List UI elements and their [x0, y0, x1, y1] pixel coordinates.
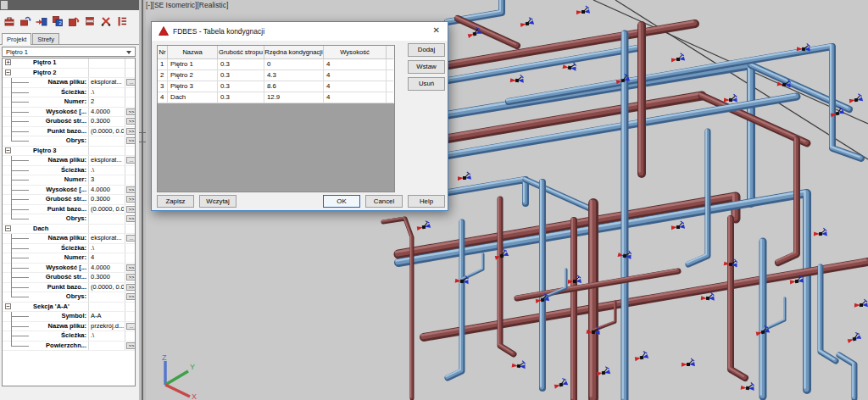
expand-value-button[interactable]: >> — [126, 196, 136, 203]
tree-property-row[interactable]: Ścieżka:.\ — [3, 166, 135, 176]
import-arrow-icon[interactable] — [35, 14, 48, 29]
expand-value-button[interactable]: >> — [126, 274, 136, 281]
property-value[interactable]: eksplorat... — [91, 234, 124, 242]
zapisz-button[interactable]: Zapisz — [157, 195, 194, 208]
table-cell[interactable]: 3 — [158, 81, 168, 92]
tree-property-row[interactable]: Grubość str...0.3000>> — [3, 195, 135, 205]
tree-property-row[interactable]: Ścieżka:.\ — [3, 331, 135, 342]
help-button[interactable]: Help — [408, 195, 445, 208]
property-value[interactable]: eksplorat... — [91, 156, 124, 164]
storey-table[interactable]: NrNazwaGrubość stropuRzędna kondygnacjiW… — [157, 45, 395, 192]
table-cell[interactable]: 0 — [264, 59, 324, 70]
usuń-button[interactable]: Usuń — [408, 77, 445, 91]
tree-property-row[interactable]: Obrys:>> — [3, 214, 135, 225]
dialog-titlebar[interactable]: FDBES - Tabela kondygnacji ✕ — [152, 22, 448, 41]
tree-property-row[interactable]: Ścieżka:.\ — [3, 244, 135, 254]
expand-value-button[interactable]: >> — [126, 206, 136, 213]
table-cell[interactable]: 4 — [324, 92, 387, 103]
palette-grip[interactable] — [1, 1, 8, 9]
close-icon[interactable]: ✕ — [433, 26, 440, 35]
wczytaj-button[interactable]: Wczytaj — [199, 195, 236, 208]
property-value[interactable]: .\ — [91, 88, 124, 97]
briefcase-icon[interactable] — [3, 14, 16, 29]
table-cell[interactable]: 8.6 — [264, 81, 324, 92]
tree-property-row[interactable]: Wysokość [...4.0000>> — [3, 264, 135, 274]
column-header[interactable]: Wysokość kondygnacji — [324, 46, 387, 59]
viewport-controls-label[interactable]: [-][SE Isometric][Realistic] — [146, 1, 228, 9]
expand-icon[interactable]: + — [5, 59, 11, 65]
tab-projekt[interactable]: Projekt — [2, 33, 31, 45]
floor-select-dropdown[interactable]: Piętro 1 — [2, 47, 136, 57]
table-row[interactable]: 2Piętro 20.34.34 — [158, 70, 394, 81]
tree-property-row[interactable]: Grubość str...0.3000>> — [3, 273, 135, 283]
property-value[interactable]: (0.0000, 0.00 — [91, 127, 124, 136]
tree-property-row[interactable]: Obrys:>> — [3, 292, 135, 303]
tree-property-row[interactable]: Symbol:A-A — [3, 312, 135, 322]
property-value[interactable]: 0.3000 — [91, 273, 124, 281]
property-value[interactable]: (0.0000, 0.00 — [91, 283, 124, 292]
table-cell[interactable]: 4.3 — [264, 70, 324, 81]
property-value[interactable]: przekrój.d... — [91, 322, 124, 331]
expand-value-button[interactable]: >> — [126, 128, 136, 135]
expand-value-button[interactable]: >> — [126, 108, 136, 115]
tree-group-row[interactable]: +Piętro 1 — [3, 58, 135, 69]
tree-property-row[interactable]: Wysokość [...4.0000>> — [3, 108, 135, 118]
column-header[interactable]: Nazwa — [168, 46, 218, 59]
layers-stack-icon[interactable] — [83, 14, 97, 29]
copy-box-icon[interactable]: 2 — [51, 14, 64, 29]
table-row[interactable]: 4Dach0.312.94 — [158, 92, 394, 103]
collapse-icon[interactable]: − — [5, 303, 11, 309]
property-value[interactable]: 4.0000 — [91, 264, 124, 272]
tab-strefy[interactable]: Strefy — [32, 33, 59, 44]
column-header[interactable]: Grubość stropu — [218, 46, 264, 59]
property-value[interactable]: eksplorat... — [91, 78, 124, 86]
tree-property-row[interactable]: Ścieżka:.\ — [3, 88, 135, 98]
folder-arrow-icon[interactable] — [19, 14, 32, 29]
tree-property-row[interactable]: Nazwa pliku:eksplorat...... — [3, 156, 135, 166]
wstaw-button[interactable]: Wstaw — [408, 60, 445, 74]
table-row[interactable]: 1Piętro 10.304 — [158, 59, 394, 70]
tree-property-row[interactable]: Numer:2 — [3, 97, 135, 108]
expand-value-button[interactable]: >> — [126, 342, 136, 349]
property-value[interactable]: 0.3000 — [91, 195, 124, 203]
property-value[interactable]: 4.0000 — [91, 186, 124, 194]
property-value[interactable]: 4.0000 — [91, 108, 124, 116]
tree-property-row[interactable]: Punkt bazo...(0.0000, 0.00>> — [3, 283, 135, 293]
property-value[interactable]: .\ — [91, 244, 124, 253]
expand-value-button[interactable]: >> — [126, 284, 136, 291]
tree-property-row[interactable]: Punkt bazo...(0.0000, 0.00>> — [3, 127, 135, 137]
property-value[interactable]: (0.0000, 0.00 — [91, 205, 124, 214]
tree-property-row[interactable]: Obrys:>> — [3, 136, 135, 147]
tree-property-row[interactable]: Numer:4 — [3, 253, 135, 264]
expand-value-button[interactable]: >> — [126, 215, 136, 222]
expand-value-button[interactable]: >> — [126, 186, 136, 193]
expand-value-button[interactable]: >> — [126, 293, 136, 300]
palette-titlebar[interactable] — [0, 0, 139, 10]
table-cell[interactable]: 4 — [324, 59, 387, 70]
property-value[interactable]: .\ — [91, 331, 124, 340]
browse-button[interactable]: ... — [126, 79, 136, 86]
tree-property-row[interactable]: Grubość str...0.3000>> — [3, 117, 135, 127]
table-cell[interactable]: 2 — [158, 70, 168, 81]
table-cell[interactable]: 4 — [158, 92, 168, 103]
expand-value-button[interactable]: >> — [126, 137, 136, 144]
tree-property-row[interactable]: Wysokość [...4.0000>> — [3, 186, 135, 196]
property-value[interactable]: 3 — [91, 175, 124, 184]
property-value[interactable]: 4 — [91, 253, 124, 262]
property-value[interactable]: 2 — [91, 97, 124, 106]
table-cell[interactable]: Piętro 3 — [168, 81, 218, 92]
table-row[interactable]: 3Piętro 30.38.64 — [158, 81, 394, 92]
table-cell[interactable]: 0.3 — [218, 70, 264, 81]
ok-button[interactable]: OK — [323, 195, 360, 208]
browse-button[interactable]: ... — [126, 157, 136, 164]
column-header[interactable]: Nr — [158, 46, 168, 59]
table-cell[interactable]: Piętro 1 — [168, 59, 218, 70]
table-cell[interactable]: 12.9 — [264, 92, 324, 103]
table-cell[interactable]: 0.3 — [218, 59, 264, 70]
table-cell[interactable]: Dach — [168, 92, 218, 103]
tree-group-row[interactable]: −Sekcja 'A-A' — [3, 303, 135, 313]
cut-cross-icon[interactable] — [99, 14, 113, 29]
column-header[interactable]: Rzędna kondygnacji — [264, 46, 324, 59]
collapse-icon[interactable]: − — [5, 225, 11, 231]
cancel-button[interactable]: Cancel — [365, 195, 403, 208]
